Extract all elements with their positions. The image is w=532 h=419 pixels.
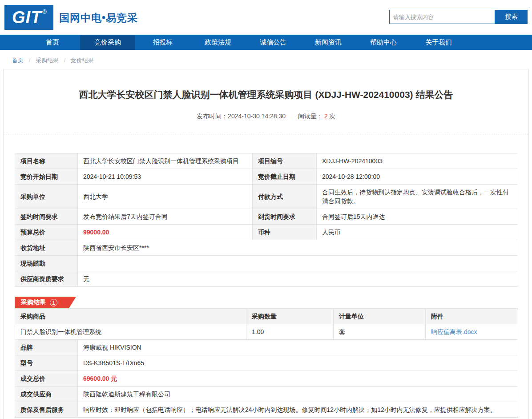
procurement-result-banner: 采购结果 1 — [15, 297, 76, 308]
breadcrumb-home-link[interactable]: 首页 — [12, 57, 24, 64]
publish-time-label: 发布时间： — [197, 113, 228, 120]
field-value: 2024-10-21 10:09:53 — [78, 169, 253, 185]
field-value: 西北大学长安校区门禁人脸识别一体机管理系统采购项目 — [78, 153, 253, 169]
breadcrumb-separator: / — [64, 57, 66, 64]
field-label: 成交总价 — [15, 371, 78, 387]
table-header-row: 采购商品 采购数量 计量单位 附件 — [15, 309, 518, 324]
table-row: 门禁人脸识别一体机管理系统 1.00 套 响应偏离表.docx — [15, 324, 518, 340]
field-label: 项目名称 — [15, 153, 78, 169]
breadcrumb-separator: / — [29, 57, 31, 64]
views-label: 阅读量： — [298, 113, 323, 120]
field-label: 采购单位 — [15, 185, 78, 209]
count-badge: 1 — [50, 299, 57, 306]
announcement-card: 西北大学长安校区门禁人脸识别一体机管理系统采购项目 (XDJJ-HW-20241… — [3, 69, 529, 419]
field-label: 成交供应商 — [15, 387, 78, 402]
views-count: 2 — [324, 113, 328, 120]
goods-table: 采购商品 采购数量 计量单位 附件 门禁人脸识别一体机管理系统 1.00 套 响… — [15, 308, 518, 340]
field-label: 付款方式 — [253, 185, 317, 209]
breadcrumb: 首页 / 采购结果 / 竞价结果 — [0, 50, 532, 69]
field-value: 合同签订后15天内送达 — [317, 209, 518, 225]
field-value: 海康威视 HIKVISION — [78, 340, 518, 355]
publish-time-value: 2024-10-30 14:28:30 — [228, 113, 286, 120]
table-row: 采购单位 西北大学 付款方式 合同生效后，待货物到达指定地点、安装调试验收合格后… — [15, 185, 518, 209]
field-label: 到货时间要求 — [253, 209, 317, 225]
attachment-link[interactable]: 响应偏离表.docx — [431, 328, 477, 335]
column-header: 采购商品 — [15, 309, 246, 324]
field-value: 发布竞价结果后7天内签订合同 — [78, 209, 253, 225]
table-row: 成交总价 69600.00 元 — [15, 371, 518, 387]
field-label: 竞价开始日期 — [15, 169, 78, 185]
table-row: 现场踏勘 — [15, 256, 518, 271]
field-label: 竞价截止日期 — [253, 169, 317, 185]
field-value: 响应时效：即时响应（包括电话响应）；电话响应无法解决24小时内到达现场。修复时间… — [78, 402, 518, 418]
nav-item-about-us[interactable]: 关于我们 — [411, 35, 466, 50]
search-button[interactable]: 搜索 — [495, 10, 528, 24]
table-row: 品牌 海康威视 HIKVISION — [15, 340, 518, 355]
dashed-divider — [4, 134, 528, 134]
field-value: DS-K3B501S-L/Dm65 — [78, 355, 518, 371]
site-title: 国网中电•易竞采 — [59, 11, 138, 25]
field-label: 品牌 — [15, 340, 78, 355]
field-value: 人民币 — [317, 225, 518, 240]
banner-label: 采购结果 — [21, 298, 46, 306]
page-header: GIT® 国网中电•易竞采 搜索 — [0, 0, 532, 35]
field-value: 西北大学 — [78, 185, 253, 209]
table-row: 质保及售后服务 响应时效：即时响应（包括电话响应）；电话响应无法解决24小时内到… — [15, 402, 518, 418]
nav-item-integrity-notices[interactable]: 诚信公告 — [246, 35, 301, 50]
field-value — [78, 256, 518, 271]
site-logo[interactable]: GIT® — [4, 5, 53, 30]
field-label: 签约时间要求 — [15, 209, 78, 225]
field-value: 陕西隆乾迪斯建筑工程有限公司 — [78, 387, 518, 402]
breadcrumb-procurement-results-link[interactable]: 采购结果 — [36, 57, 59, 64]
deal-price-value: 69600.00 元 — [78, 371, 518, 387]
field-value: XDJJ-HW-202410003 — [317, 153, 518, 169]
page-title: 西北大学长安校区门禁人脸识别一体机管理系统采购项目 (XDJJ-HW-20241… — [4, 89, 528, 101]
field-label: 现场踏勘 — [15, 256, 78, 271]
table-row: 成交供应商 陕西隆乾迪斯建筑工程有限公司 — [15, 387, 518, 402]
search-input[interactable] — [389, 10, 495, 24]
column-header: 计量单位 — [334, 309, 426, 324]
table-row: 竞价开始日期 2024-10-21 10:09:53 竞价截止日期 2024-1… — [15, 169, 518, 185]
table-row: 签约时间要求 发布竞价结果后7天内签订合同 到货时间要求 合同签订后15天内送达 — [15, 209, 518, 225]
field-value: 无 — [78, 271, 518, 287]
nav-item-news[interactable]: 新闻资讯 — [301, 35, 356, 50]
field-label: 型号 — [15, 355, 78, 371]
table-row: 项目名称 西北大学长安校区门禁人脸识别一体机管理系统采购项目 项目编号 XDJJ… — [15, 153, 518, 169]
field-label: 项目编号 — [253, 153, 317, 169]
search-bar: 搜索 — [389, 10, 528, 24]
budget-price-value: 99000.00 — [78, 225, 253, 240]
field-label: 预算总价 — [15, 225, 78, 240]
main-nav: 首页 竞价采购 招投标 政策法规 诚信公告 新闻资讯 帮助中心 关于我们 — [0, 35, 532, 50]
goods-attachment-cell: 响应偏离表.docx — [426, 324, 518, 340]
table-row: 供应商资质要求 无 — [15, 271, 518, 287]
deal-detail-table: 品牌 海康威视 HIKVISION 型号 DS-K3B501S-L/Dm65 成… — [15, 339, 518, 418]
table-row: 收货地址 陕西省西安市长安区**** — [15, 240, 518, 256]
goods-unit: 套 — [334, 324, 426, 340]
goods-name: 门禁人脸识别一体机管理系统 — [15, 324, 246, 340]
breadcrumb-current-page: 竞价结果 — [71, 57, 94, 64]
registered-mark-icon: ® — [42, 8, 47, 15]
field-value: 2024-10-28 12:00:00 — [317, 169, 518, 185]
table-row: 型号 DS-K3B501S-L/Dm65 — [15, 355, 518, 371]
field-value: 合同生效后，待货物到达指定地点、安装调试验收合格后，一次性付清合同货款。 — [317, 185, 518, 209]
nav-item-tenders[interactable]: 招投标 — [135, 35, 190, 50]
column-header: 附件 — [426, 309, 518, 324]
goods-quantity: 1.00 — [246, 324, 334, 340]
field-label: 收货地址 — [15, 240, 78, 256]
field-label: 供应商资质要求 — [15, 271, 78, 287]
logo-text: GIT — [12, 8, 41, 27]
views-unit: 次 — [329, 113, 335, 120]
field-label: 币种 — [253, 225, 317, 240]
nav-item-bidding-procurement[interactable]: 竞价采购 — [80, 35, 135, 50]
field-value: 陕西省西安市长安区**** — [78, 240, 518, 256]
project-info-table: 项目名称 西北大学长安校区门禁人脸识别一体机管理系统采购项目 项目编号 XDJJ… — [15, 153, 518, 287]
nav-item-help-center[interactable]: 帮助中心 — [356, 35, 411, 50]
nav-item-home[interactable]: 首页 — [25, 35, 80, 50]
article-meta: 发布时间：2024-10-30 14:28:30阅读量：2次 — [4, 113, 528, 121]
nav-item-policies[interactable]: 政策法规 — [190, 35, 246, 50]
field-label: 质保及售后服务 — [15, 402, 78, 418]
table-row: 预算总价 99000.00 币种 人民币 — [15, 225, 518, 240]
column-header: 采购数量 — [246, 309, 334, 324]
